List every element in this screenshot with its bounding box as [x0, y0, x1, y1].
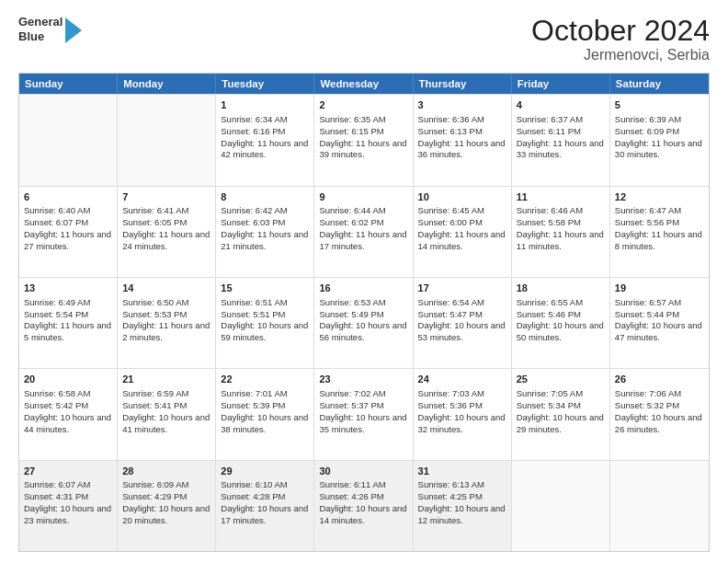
calendar-cell: 25Sunrise: 7:05 AMSunset: 5:34 PMDayligh… — [512, 369, 610, 459]
calendar-cell: 9Sunrise: 6:44 AMSunset: 6:02 PMDaylight… — [314, 187, 413, 277]
day-number: 18 — [517, 282, 605, 295]
sunset-text: Sunset: 5:54 PM — [24, 309, 112, 321]
sunset-text: Sunset: 5:36 PM — [418, 400, 506, 412]
day-number: 12 — [615, 190, 704, 204]
day-number: 5 — [615, 98, 704, 112]
calendar-cell: 24Sunrise: 7:03 AMSunset: 5:36 PMDayligh… — [414, 369, 512, 459]
day-number: 15 — [221, 282, 309, 295]
day-number: 6 — [24, 190, 112, 204]
sunset-text: Sunset: 6:15 PM — [319, 126, 407, 138]
sunset-text: Sunset: 6:09 PM — [615, 126, 704, 138]
sunset-text: Sunset: 6:02 PM — [319, 217, 407, 229]
sunrise-text: Sunrise: 7:05 AM — [517, 388, 605, 400]
daylight-text: Daylight: 11 hours and 30 minutes. — [615, 138, 704, 162]
sunset-text: Sunset: 5:47 PM — [418, 309, 506, 321]
weekday-header: Tuesday — [216, 74, 314, 94]
sunset-text: Sunset: 5:41 PM — [122, 400, 210, 412]
sunrise-text: Sunrise: 6:59 AM — [122, 388, 210, 400]
calendar-cell: 31Sunrise: 6:13 AMSunset: 4:25 PMDayligh… — [414, 461, 512, 551]
sunset-text: Sunset: 4:29 PM — [122, 491, 210, 503]
sunrise-text: Sunrise: 6:39 AM — [615, 114, 704, 126]
calendar-cell: 5Sunrise: 6:39 AMSunset: 6:09 PMDaylight… — [610, 95, 709, 185]
daylight-text: Daylight: 10 hours and 12 minutes. — [418, 503, 506, 527]
day-number: 27 — [24, 465, 112, 478]
calendar-cell: 27Sunrise: 6:07 AMSunset: 4:31 PMDayligh… — [19, 461, 118, 551]
calendar-cell — [512, 461, 610, 551]
sunset-text: Sunset: 5:34 PM — [517, 400, 605, 412]
sunset-text: Sunset: 5:53 PM — [122, 309, 210, 321]
calendar-cell: 6Sunrise: 6:40 AMSunset: 6:07 PMDaylight… — [19, 187, 118, 277]
daylight-text: Daylight: 11 hours and 42 minutes. — [221, 138, 309, 162]
sunrise-text: Sunrise: 6:51 AM — [221, 297, 309, 309]
calendar-cell: 14Sunrise: 6:50 AMSunset: 5:53 PMDayligh… — [118, 278, 216, 368]
sunset-text: Sunset: 5:42 PM — [24, 400, 112, 412]
sunrise-text: Sunrise: 6:41 AM — [122, 205, 210, 217]
calendar-cell: 8Sunrise: 6:42 AMSunset: 6:03 PMDaylight… — [216, 187, 314, 277]
sunset-text: Sunset: 5:44 PM — [615, 309, 704, 321]
sunset-text: Sunset: 5:49 PM — [319, 309, 407, 321]
sunset-text: Sunset: 4:26 PM — [319, 491, 407, 503]
sunrise-text: Sunrise: 6:42 AM — [221, 205, 309, 217]
sunset-text: Sunset: 6:00 PM — [418, 217, 506, 229]
sunrise-text: Sunrise: 6:53 AM — [319, 297, 407, 309]
sunrise-text: Sunrise: 7:03 AM — [418, 388, 506, 400]
sunrise-text: Sunrise: 6:34 AM — [221, 114, 309, 126]
day-number: 30 — [319, 465, 407, 478]
sunset-text: Sunset: 5:51 PM — [221, 309, 309, 321]
sunset-text: Sunset: 6:16 PM — [221, 126, 309, 138]
sunset-text: Sunset: 5:46 PM — [517, 309, 605, 321]
sunset-text: Sunset: 4:28 PM — [221, 491, 309, 503]
daylight-text: Daylight: 10 hours and 47 minutes. — [615, 320, 704, 344]
logo-arrow-icon — [65, 17, 82, 43]
daylight-text: Daylight: 11 hours and 5 minutes. — [24, 320, 112, 344]
sunset-text: Sunset: 5:58 PM — [517, 217, 605, 229]
day-number: 25 — [517, 373, 605, 386]
sunset-text: Sunset: 6:05 PM — [122, 217, 210, 229]
weekday-header: Monday — [118, 74, 216, 94]
sunrise-text: Sunrise: 6:57 AM — [615, 297, 704, 309]
day-number: 23 — [319, 373, 407, 386]
day-number: 9 — [319, 190, 407, 204]
daylight-text: Daylight: 10 hours and 38 minutes. — [221, 412, 309, 436]
daylight-text: Daylight: 10 hours and 14 minutes. — [319, 503, 407, 527]
daylight-text: Daylight: 11 hours and 24 minutes. — [122, 229, 210, 253]
logo: General Blue — [18, 15, 82, 43]
day-number: 3 — [418, 98, 506, 112]
daylight-text: Daylight: 10 hours and 53 minutes. — [418, 320, 506, 344]
daylight-text: Daylight: 11 hours and 14 minutes. — [418, 229, 506, 253]
calendar-cell: 30Sunrise: 6:11 AMSunset: 4:26 PMDayligh… — [314, 461, 413, 551]
day-number: 24 — [418, 373, 506, 386]
calendar-cell: 29Sunrise: 6:10 AMSunset: 4:28 PMDayligh… — [216, 461, 314, 551]
calendar: SundayMondayTuesdayWednesdayThursdayFrid… — [18, 73, 710, 552]
sunrise-text: Sunrise: 6:37 AM — [517, 114, 605, 126]
calendar-cell: 3Sunrise: 6:36 AMSunset: 6:13 PMDaylight… — [414, 95, 512, 185]
calendar-title: October 2024 — [531, 15, 710, 47]
sunset-text: Sunset: 5:37 PM — [319, 400, 407, 412]
daylight-text: Daylight: 10 hours and 44 minutes. — [24, 412, 112, 436]
sunrise-text: Sunrise: 6:54 AM — [418, 297, 506, 309]
day-number: 22 — [221, 373, 309, 386]
sunrise-text: Sunrise: 6:45 AM — [418, 205, 506, 217]
sunset-text: Sunset: 6:13 PM — [418, 126, 506, 138]
daylight-text: Daylight: 11 hours and 17 minutes. — [319, 229, 407, 253]
calendar-cell: 7Sunrise: 6:41 AMSunset: 6:05 PMDaylight… — [118, 187, 216, 277]
calendar-cell: 20Sunrise: 6:58 AMSunset: 5:42 PMDayligh… — [19, 369, 118, 459]
day-number: 29 — [221, 465, 309, 478]
header: General Blue October 2024 Jermenovci, Se… — [18, 15, 710, 63]
logo-text: General Blue — [18, 15, 63, 43]
day-number: 7 — [122, 190, 210, 204]
daylight-text: Daylight: 10 hours and 20 minutes. — [122, 503, 210, 527]
sunrise-text: Sunrise: 7:06 AM — [615, 388, 704, 400]
daylight-text: Daylight: 10 hours and 29 minutes. — [517, 412, 605, 436]
day-number: 28 — [122, 465, 210, 478]
day-number: 17 — [418, 282, 506, 295]
calendar-body: 1Sunrise: 6:34 AMSunset: 6:16 PMDaylight… — [19, 94, 709, 551]
day-number: 4 — [517, 98, 605, 112]
daylight-text: Daylight: 10 hours and 26 minutes. — [615, 412, 704, 436]
daylight-text: Daylight: 10 hours and 50 minutes. — [517, 320, 605, 344]
calendar-cell: 4Sunrise: 6:37 AMSunset: 6:11 PMDaylight… — [512, 95, 610, 185]
sunrise-text: Sunrise: 6:58 AM — [24, 388, 112, 400]
day-number: 10 — [418, 190, 506, 204]
calendar-header: SundayMondayTuesdayWednesdayThursdayFrid… — [19, 74, 709, 94]
sunrise-text: Sunrise: 6:55 AM — [517, 297, 605, 309]
